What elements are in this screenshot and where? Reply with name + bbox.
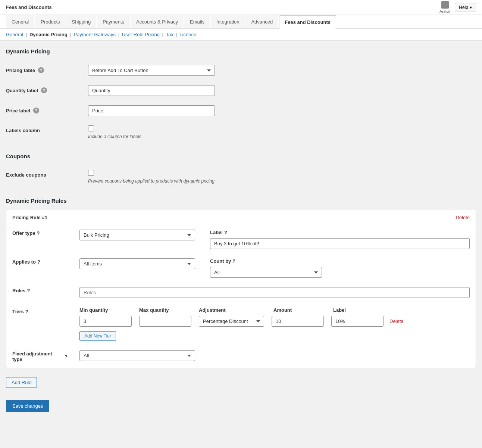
roles-label: Roles xyxy=(12,288,25,293)
labels-column-checkbox[interactable] xyxy=(88,125,94,131)
label-field-help-icon[interactable]: ? xyxy=(224,230,227,235)
tier-min-quantity-input[interactable] xyxy=(79,316,132,327)
exclude-coupons-row: Exclude coupons Prevent coupons being ap… xyxy=(6,165,476,189)
quantity-label-container: Quantity label ? xyxy=(6,87,82,93)
exclude-coupons-desc: Prevent coupons being applied to product… xyxy=(88,178,476,184)
rule-form-table: Offer type ? Bulk Pricing Fixed Price Pe… xyxy=(6,225,476,368)
subnav-dynamic-pricing[interactable]: Dynamic Pricing xyxy=(29,32,68,37)
applies-to-help-icon[interactable]: ? xyxy=(37,259,40,265)
roles-input[interactable] xyxy=(79,287,470,298)
applies-to-label: Applies to xyxy=(12,259,36,265)
help-label: Help xyxy=(459,5,468,10)
label-field-input[interactable] xyxy=(210,238,470,249)
delete-rule-link[interactable]: Delete xyxy=(456,215,470,220)
add-new-tier-button[interactable]: Add New Tier xyxy=(79,331,116,341)
activity-button[interactable]: Activit xyxy=(439,1,450,14)
labels-column-row: Labels column Include a column for label… xyxy=(6,121,476,144)
offer-type-help-icon[interactable]: ? xyxy=(37,230,40,236)
tiers-label: Tiers xyxy=(12,309,24,314)
delete-tier-link[interactable]: Delete xyxy=(389,318,404,324)
dynamic-pricing-form: Pricing table ? Before Add To Cart Butto… xyxy=(6,60,476,144)
price-label-row: Price label ? xyxy=(6,101,476,121)
tab-general[interactable]: General xyxy=(6,15,34,28)
tab-products[interactable]: Products xyxy=(35,15,65,28)
label-col: Label ? xyxy=(210,230,470,249)
price-help-icon[interactable]: ? xyxy=(33,108,39,113)
pricing-table-select[interactable]: Before Add To Cart Button After Add To C… xyxy=(88,65,215,76)
label-field-label-container: Label ? xyxy=(210,230,470,235)
pricing-rules-heading: Dynamic Pricing Rules xyxy=(6,197,476,204)
tab-shipping[interactable]: Shipping xyxy=(66,15,97,28)
offer-type-select[interactable]: Bulk Pricing Fixed Price Percentage Disc… xyxy=(79,230,195,240)
pricing-table-row: Pricing table ? Before Add To Cart Butto… xyxy=(6,60,476,81)
help-button[interactable]: Help ▾ xyxy=(455,3,476,12)
applies-to-two-col: All items Specific products Specific cat… xyxy=(79,258,470,278)
subnav-tax[interactable]: Tax xyxy=(166,32,173,37)
quantity-label-input[interactable] xyxy=(88,85,215,96)
count-by-select[interactable]: All Product Variation Category xyxy=(210,267,322,278)
top-bar: Fees and Discounts Activit Help ▾ xyxy=(0,0,482,15)
applies-to-row: Applies to ? All items Specific products… xyxy=(6,254,476,283)
labels-column-desc: Include a column for labels xyxy=(88,134,476,139)
label-field-label: Label xyxy=(210,230,223,235)
pricing-table-help-icon[interactable]: ? xyxy=(38,67,44,73)
pricing-rule-card: Pricing Rule #1 Delete Offer type ? xyxy=(6,210,476,368)
fixed-adj-help-icon[interactable]: ? xyxy=(65,354,68,360)
tier-col-max-quantity: Max quantity xyxy=(139,307,199,313)
offer-type-col: Bulk Pricing Fixed Price Percentage Disc… xyxy=(79,230,195,240)
subnav-user-role-pricing[interactable]: User Role Pricing xyxy=(122,32,160,37)
exclude-coupons-checkbox[interactable] xyxy=(88,170,94,176)
applies-to-select[interactable]: All items Specific products Specific cat… xyxy=(79,258,195,269)
coupons-form: Exclude coupons Prevent coupons being ap… xyxy=(6,165,476,189)
tier-col-amount: Amount xyxy=(273,307,333,313)
count-by-help-icon[interactable]: ? xyxy=(232,258,235,264)
main-content: Dynamic Pricing Pricing table ? Before A… xyxy=(0,41,482,420)
offer-type-label: Offer type xyxy=(12,230,35,236)
labels-column-label: Labels column xyxy=(6,128,40,133)
tier-amount-input[interactable] xyxy=(272,316,324,327)
top-bar-actions: Activit Help ▾ xyxy=(439,1,476,14)
page-title: Fees and Discounts xyxy=(6,4,52,10)
fixed-adj-select[interactable]: All Cheapest Most Expensive xyxy=(79,350,195,361)
tab-payments[interactable]: Payments xyxy=(97,15,130,28)
subnav-sep-2: | xyxy=(70,32,72,37)
tiers-row: Tiers ? Min quantity Max quantity Adjust… xyxy=(6,303,476,346)
tiers-header: Min quantity Max quantity Adjustment Amo… xyxy=(79,307,470,316)
tiers-label-container: Tiers ? xyxy=(12,309,68,314)
price-label-text: Price label xyxy=(6,108,30,113)
subnav-payment-gateways[interactable]: Payment Gateways xyxy=(73,32,116,37)
fixed-adj-label: Fixed adjustment type xyxy=(12,351,63,362)
tab-emails[interactable]: Emails xyxy=(184,15,210,28)
count-by-col: Count by ? All Product Variation Categor… xyxy=(210,258,470,278)
subnav-licence[interactable]: Licence xyxy=(179,32,196,37)
tier-adjustment-select[interactable]: Percentage Discount Fixed Discount Fixed… xyxy=(199,316,264,327)
applies-to-label-container: Applies to ? xyxy=(12,259,68,265)
offer-type-two-col: Bulk Pricing Fixed Price Percentage Disc… xyxy=(79,230,470,249)
pricing-table-label: Pricing table xyxy=(6,68,35,73)
tab-advanced[interactable]: Advanced xyxy=(245,15,278,28)
price-label-input[interactable] xyxy=(88,105,215,116)
tier-col-min-quantity: Min quantity xyxy=(79,307,139,313)
coupons-heading: Coupons xyxy=(6,153,476,159)
tab-fees-discounts[interactable]: Fees and Discounts xyxy=(279,15,336,29)
count-by-label: Count by xyxy=(210,258,231,264)
quantity-label-text: Quantity label xyxy=(6,88,38,93)
tab-integration[interactable]: Integration xyxy=(211,15,245,28)
pricing-rule-header: Pricing Rule #1 Delete xyxy=(6,210,476,225)
pricing-rule-title: Pricing Rule #1 xyxy=(12,215,47,220)
tiers-help-icon[interactable]: ? xyxy=(25,309,28,314)
quantity-help-icon[interactable]: ? xyxy=(41,87,47,93)
add-rule-button[interactable]: Add Rule xyxy=(6,377,37,388)
tier-max-quantity-input[interactable] xyxy=(139,316,191,327)
price-label-container: Price label ? xyxy=(6,108,82,113)
fixed-adj-label-container: Fixed adjustment type ? xyxy=(12,351,68,362)
tier-label-input[interactable] xyxy=(331,316,384,327)
offer-type-label-container: Offer type ? xyxy=(12,230,68,236)
subnav-sep-4: | xyxy=(162,32,165,37)
tier-col-adjustment: Adjustment xyxy=(199,307,273,313)
roles-help-icon[interactable]: ? xyxy=(27,288,30,293)
subnav-sep-3: | xyxy=(118,32,121,37)
save-changes-button[interactable]: Save changes xyxy=(6,400,49,412)
tab-accounts-privacy[interactable]: Accounts & Privacy xyxy=(131,15,184,28)
subnav-general[interactable]: General xyxy=(6,32,23,37)
